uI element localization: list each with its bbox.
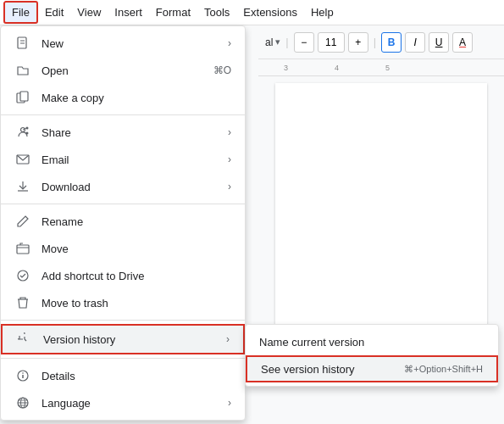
menu-label-open: Open (42, 64, 200, 77)
text-color-button[interactable]: A (452, 32, 473, 53)
menu-shortcut-open: ⌘O (213, 64, 231, 76)
rename-icon (14, 213, 31, 230)
svg-text:5: 5 (385, 64, 390, 72)
menu-item-add-shortcut[interactable]: Add shortcut to Drive (1, 262, 245, 289)
menu-item-move[interactable]: Move (1, 235, 245, 262)
italic-button[interactable]: I (405, 32, 425, 53)
menu-label-move-trash: Move to trash (42, 297, 231, 310)
font-size-increase[interactable]: + (348, 32, 368, 53)
menubar-format[interactable]: Format (149, 3, 197, 22)
new-icon (14, 35, 31, 52)
svg-line-18 (25, 339, 26, 341)
bold-button[interactable]: B (381, 32, 402, 53)
submenu-label-name-current: Name current version (259, 336, 485, 349)
menubar-help[interactable]: Help (304, 3, 341, 22)
toolbar-separator1: | (285, 36, 288, 48)
font-size-decrease[interactable]: − (294, 32, 314, 53)
menubar-insert[interactable]: Insert (108, 3, 149, 22)
submenu-label-see-history: See version history (261, 363, 390, 376)
menu-item-new[interactable]: New › (1, 30, 245, 57)
menu-item-open[interactable]: Open ⌘O (1, 57, 245, 84)
add-shortcut-icon (14, 267, 31, 284)
menu-item-details[interactable]: Details (1, 362, 245, 389)
version-history-icon (16, 331, 33, 348)
menu-arrow-new: › (228, 37, 231, 49)
underline-button[interactable]: U (429, 32, 449, 53)
menu-item-rename[interactable]: Rename (1, 208, 245, 235)
details-icon (14, 367, 31, 384)
menu-item-move-trash[interactable]: Move to trash (1, 289, 245, 316)
menu-label-make-copy: Make a copy (42, 92, 231, 104)
divider-2 (1, 204, 245, 204)
trash-icon (14, 294, 31, 311)
download-icon (14, 178, 31, 195)
divider-1 (1, 114, 245, 115)
toolbar-separator2: | (374, 36, 376, 48)
menu-arrow-email: › (228, 153, 231, 165)
menubar-view[interactable]: View (70, 3, 108, 22)
menu-item-share[interactable]: Share › (1, 119, 245, 146)
menu-arrow-share: › (228, 126, 231, 138)
svg-text:3: 3 (284, 64, 288, 72)
menu-label-share: Share (42, 126, 221, 139)
menu-item-make-copy[interactable]: Make a copy (1, 84, 245, 111)
font-display: al (265, 36, 273, 48)
menu-arrow-download: › (228, 181, 231, 192)
email-icon (14, 151, 31, 168)
menu-item-language[interactable]: Language › (1, 389, 245, 416)
submenu-item-name-current[interactable]: Name current version (246, 328, 498, 355)
document-page (275, 83, 487, 338)
menu-label-details: Details (42, 370, 231, 382)
doc-toolbar: al ▾ | − + | B I U A (258, 25, 504, 59)
open-icon (14, 62, 31, 79)
svg-text:4: 4 (335, 64, 339, 72)
menu-label-new: New (42, 37, 221, 50)
menu-arrow-version-history: › (226, 333, 230, 345)
move-icon (14, 240, 31, 257)
svg-rect-7 (20, 92, 28, 101)
menu-label-version-history: Version history (43, 333, 219, 346)
menu-item-email[interactable]: Email › (1, 146, 245, 173)
version-history-container: Version history › Name current version S… (1, 324, 245, 354)
font-dropdown-arrow: ▾ (275, 36, 280, 47)
menu-label-email: Email (42, 153, 221, 166)
share-icon (14, 124, 31, 141)
menubar: File Edit View Insert Format Tools Exten… (0, 0, 504, 25)
menu-label-rename: Rename (42, 215, 231, 228)
file-menu-overlay: New › Open ⌘O Make a copy Share › (0, 0, 258, 424)
menubar-edit[interactable]: Edit (38, 3, 70, 22)
divider-3 (1, 320, 245, 321)
submenu-item-see-history[interactable]: See version history ⌘+Option+Shift+H (246, 355, 498, 382)
svg-point-21 (22, 372, 24, 374)
ruler: 3 4 5 (258, 59, 504, 76)
font-size-input[interactable] (318, 32, 345, 53)
menubar-tools[interactable]: Tools (197, 3, 236, 22)
menubar-file[interactable]: File (3, 1, 38, 24)
divider-4 (1, 358, 245, 359)
menu-label-move: Move (42, 243, 231, 255)
menu-item-version-history[interactable]: Version history › (1, 324, 245, 354)
menu-label-add-shortcut: Add shortcut to Drive (42, 270, 231, 282)
menu-item-download[interactable]: Download › (1, 173, 245, 200)
submenu-shortcut-see-history: ⌘+Option+Shift+H (404, 364, 483, 375)
file-dropdown-menu: New › Open ⌘O Make a copy Share › (0, 25, 246, 421)
svg-rect-16 (17, 245, 29, 254)
make-copy-icon (14, 89, 31, 106)
menu-arrow-language: › (228, 397, 231, 409)
menubar-extensions[interactable]: Extensions (236, 3, 304, 22)
version-history-submenu: Name current version See version history… (245, 324, 499, 387)
language-icon (14, 394, 31, 411)
menu-label-language: Language (42, 397, 221, 410)
menu-label-download: Download (42, 181, 221, 193)
